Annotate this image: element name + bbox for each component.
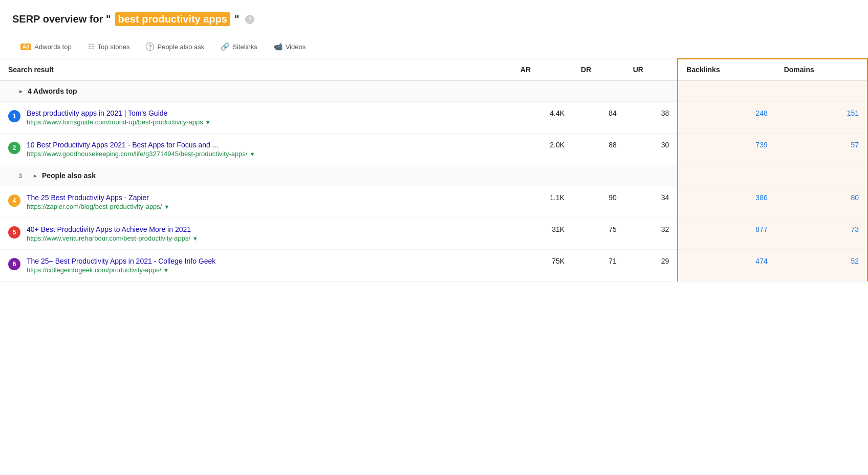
- rank-badge: 2: [8, 142, 20, 154]
- result-backlinks[interactable]: 474: [678, 250, 775, 282]
- rank-badge: 6: [8, 258, 20, 270]
- result-domains[interactable]: 57: [776, 134, 867, 165]
- tab-adwords-top[interactable]: Ad Adwords top: [12, 37, 80, 58]
- tabs-bar: Ad Adwords top ☷ Top stories ? People al…: [0, 36, 868, 58]
- group-domains: [776, 165, 867, 186]
- th-backlinks: Backlinks: [678, 59, 775, 80]
- result-url: https://collegeinfogeek.com/productivity…: [27, 266, 215, 274]
- th-domains: Domains: [776, 59, 867, 80]
- result-url: https://www.tomsguide.com/round-up/best-…: [27, 118, 211, 126]
- tab-top-stories[interactable]: ☷ Top stories: [80, 36, 138, 58]
- result-backlinks[interactable]: 739: [678, 134, 775, 165]
- result-ur: 34: [625, 186, 678, 218]
- result-title[interactable]: The 25+ Best Productivity Apps in 2021 -…: [27, 257, 215, 265]
- result-title[interactable]: 40+ Best Productivity Apps to Achieve Mo…: [27, 225, 198, 233]
- group-label-text: 4 Adwords top: [28, 87, 77, 95]
- result-dr: 84: [573, 102, 625, 134]
- result-cell-td: 5 40+ Best Productivity Apps to Achieve …: [0, 218, 512, 250]
- sitelinks-icon: 🔗: [221, 42, 229, 51]
- tab-top-stories-label: Top stories: [98, 43, 130, 51]
- keyword-highlight: best productivity apps: [115, 12, 230, 26]
- result-domains[interactable]: 80: [776, 186, 867, 218]
- group-backlinks: [678, 165, 775, 186]
- result-url: https://www.ventureharbour.com/best-prod…: [27, 234, 198, 242]
- result-domains[interactable]: 151: [776, 102, 867, 134]
- result-ar: 31K: [512, 218, 573, 250]
- result-url: https://zapier.com/blog/best-productivit…: [27, 203, 169, 210]
- url-dropdown-icon[interactable]: ▼: [192, 235, 198, 242]
- expand-icon[interactable]: ►: [33, 173, 38, 179]
- result-backlinks[interactable]: 877: [678, 218, 775, 250]
- result-dr: 75: [573, 218, 625, 250]
- result-url: https://www.goodhousekeeping.com/life/g3…: [27, 150, 255, 158]
- title-prefix: SERP overview for ": [12, 13, 111, 25]
- result-cell-td: 6 The 25+ Best Productivity Apps in 2021…: [0, 250, 512, 282]
- th-ar: AR: [512, 59, 573, 80]
- result-ur: 30: [625, 134, 678, 165]
- tab-sitelinks[interactable]: 🔗 Sitelinks: [212, 36, 265, 58]
- tab-people-also-ask[interactable]: ? People also ask: [138, 36, 212, 58]
- url-dropdown-icon[interactable]: ▼: [163, 267, 169, 273]
- results-table: Search result AR DR UR Backlinks Domains…: [0, 58, 868, 282]
- result-domains[interactable]: 52: [776, 250, 867, 282]
- url-dropdown-icon[interactable]: ▼: [205, 119, 211, 125]
- result-ar: 75K: [512, 250, 573, 282]
- help-icon[interactable]: ?: [245, 15, 254, 24]
- result-title[interactable]: The 25 Best Productivity Apps - Zapier: [27, 193, 169, 202]
- result-title[interactable]: Best productivity apps in 2021 | Tom's G…: [27, 109, 211, 117]
- tab-adwords-top-label: Adwords top: [34, 43, 71, 51]
- th-ur: UR: [625, 59, 678, 80]
- videos-icon: 📹: [274, 42, 283, 51]
- rank-badge: 4: [8, 195, 20, 207]
- tab-sitelinks-label: Sitelinks: [232, 43, 257, 51]
- adwords-icon: Ad: [20, 44, 31, 50]
- result-backlinks[interactable]: 248: [678, 102, 775, 134]
- result-cell-td: 4 The 25 Best Productivity Apps - Zapier…: [0, 186, 512, 218]
- url-dropdown-icon[interactable]: ▼: [249, 151, 255, 157]
- expand-icon[interactable]: ►: [18, 89, 24, 94]
- group-cell: 3 ► People also ask: [0, 165, 678, 186]
- result-ar: 1.1K: [512, 186, 573, 218]
- rank-badge: 5: [8, 226, 20, 239]
- result-domains[interactable]: 73: [776, 218, 867, 250]
- page-wrapper: SERP overview for "best productivity app…: [0, 0, 868, 282]
- result-ur: 29: [625, 250, 678, 282]
- th-dr: DR: [573, 59, 625, 80]
- result-cell-td: 1 Best productivity apps in 2021 | Tom's…: [0, 102, 512, 134]
- result-ar: 4.4K: [512, 102, 573, 134]
- title-suffix: ": [234, 13, 239, 25]
- group-domains: [776, 80, 867, 102]
- result-backlinks[interactable]: 386: [678, 186, 775, 218]
- group-backlinks: [678, 80, 775, 102]
- top-stories-icon: ☷: [88, 42, 95, 51]
- people-also-ask-icon: ?: [146, 42, 154, 51]
- rank-badge: 1: [8, 110, 20, 122]
- url-dropdown-icon[interactable]: ▼: [164, 204, 169, 210]
- group-cell: ► 4 Adwords top: [0, 80, 678, 102]
- result-ur: 38: [625, 102, 678, 134]
- serp-title: SERP overview for "best productivity app…: [0, 12, 868, 36]
- tab-videos[interactable]: 📹 Videos: [266, 36, 314, 58]
- result-dr: 71: [573, 250, 625, 282]
- result-ar: 2.0K: [512, 134, 573, 165]
- result-dr: 90: [573, 186, 625, 218]
- result-dr: 88: [573, 134, 625, 165]
- result-cell-td: 2 10 Best Productivity Apps 2021 - Best …: [0, 134, 512, 165]
- tab-people-also-ask-label: People also ask: [157, 43, 204, 51]
- group-rank: 3: [18, 172, 29, 180]
- group-label-text: People also ask: [42, 171, 96, 180]
- th-search-result: Search result: [0, 59, 512, 80]
- result-title[interactable]: 10 Best Productivity Apps 2021 - Best Ap…: [27, 141, 255, 149]
- result-ur: 32: [625, 218, 678, 250]
- tab-videos-label: Videos: [286, 43, 306, 51]
